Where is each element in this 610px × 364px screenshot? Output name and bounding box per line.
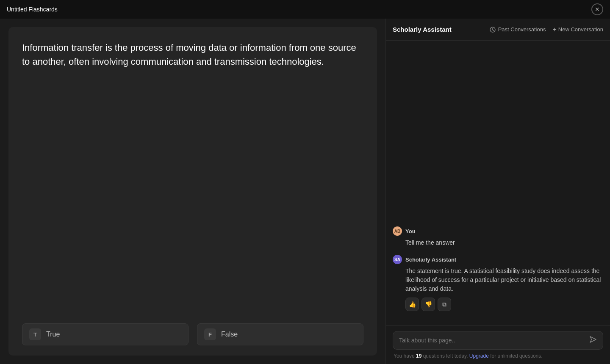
- footer-text: You have 19 questions left today. Upgrad…: [393, 353, 603, 359]
- you-message-body: Tell me the answer: [393, 238, 603, 247]
- message-actions: 👍 👎 ⧉: [393, 298, 603, 311]
- message-sender-assistant: SA Scholarly Assistant: [393, 255, 603, 264]
- right-panel: Scholarly Assistant Past Conversations +…: [385, 19, 610, 364]
- plus-icon: +: [552, 26, 556, 33]
- ai-sender-name: Scholarly Assistant: [405, 256, 456, 263]
- thumbs-up-icon: 👍: [409, 301, 416, 308]
- message-sender-you: AB You: [393, 226, 603, 236]
- answer-buttons: T True F False: [22, 323, 363, 345]
- assistant-header: Scholarly Assistant Past Conversations +…: [386, 19, 610, 41]
- message-you: AB You Tell me the answer: [393, 226, 603, 247]
- footer-prefix: You have: [394, 353, 416, 359]
- past-conversations-button[interactable]: Past Conversations: [490, 26, 546, 33]
- send-icon: [589, 336, 597, 345]
- svg-line-2: [493, 30, 494, 30]
- input-area: You have 19 questions left today. Upgrad…: [386, 325, 610, 364]
- new-conversation-label: New Conversation: [558, 26, 603, 33]
- true-key: T: [29, 328, 41, 340]
- main-container: Information transfer is the process of m…: [0, 19, 610, 364]
- thumbs-down-icon: 👎: [425, 301, 432, 308]
- true-button[interactable]: T True: [22, 323, 189, 345]
- you-avatar: AB: [393, 226, 402, 236]
- ai-avatar: SA: [393, 255, 402, 264]
- flashcard-text: Information transfer is the process of m…: [22, 41, 363, 313]
- false-key: F: [204, 328, 216, 340]
- left-panel: Information transfer is the process of m…: [0, 19, 385, 364]
- flashcard: Information transfer is the process of m…: [8, 27, 377, 356]
- close-button[interactable]: ✕: [591, 3, 603, 15]
- you-sender-name: You: [405, 228, 416, 234]
- ai-message-body: The statement is true. A statistical fea…: [393, 267, 603, 293]
- false-label: False: [221, 331, 238, 338]
- past-conversations-label: Past Conversations: [498, 26, 546, 33]
- clock-icon: [490, 27, 496, 33]
- true-label: True: [46, 331, 60, 338]
- thumbs-up-button[interactable]: 👍: [405, 298, 419, 311]
- app-title: Untitled Flashcards: [7, 6, 591, 13]
- chat-input[interactable]: [399, 337, 585, 344]
- chat-area: AB You Tell me the answer SA Scholarly A…: [386, 41, 610, 325]
- new-conversation-button[interactable]: + New Conversation: [552, 26, 603, 33]
- chat-input-container: [393, 331, 603, 350]
- false-button[interactable]: F False: [197, 323, 363, 345]
- footer-suffix: for unlimited questions.: [490, 353, 542, 359]
- topbar: Untitled Flashcards ✕: [0, 0, 610, 19]
- footer-count: 19: [416, 353, 421, 359]
- copy-icon: ⧉: [442, 301, 446, 308]
- send-button[interactable]: [589, 336, 597, 345]
- copy-button[interactable]: ⧉: [438, 298, 451, 311]
- upgrade-link[interactable]: Upgrade: [469, 353, 489, 359]
- footer-middle: questions left today.: [423, 353, 469, 359]
- message-assistant: SA Scholarly Assistant The statement is …: [393, 255, 603, 311]
- assistant-title: Scholarly Assistant: [393, 26, 483, 33]
- thumbs-down-button[interactable]: 👎: [421, 298, 435, 311]
